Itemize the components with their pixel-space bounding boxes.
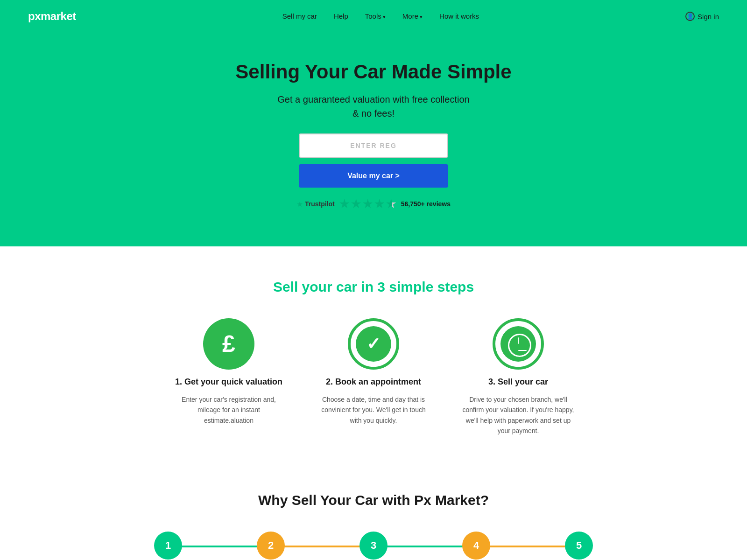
why-steps-row: 1 2 3 4 5 <box>117 532 630 560</box>
checkmark-icon: ✓ <box>366 334 381 354</box>
hero-subtext-line2: & no fees! <box>352 108 395 119</box>
step-3-desc: Drive to your chosen branch, we'll confi… <box>462 394 574 436</box>
pound-icon: £ <box>222 330 235 357</box>
nav-help[interactable]: Help <box>334 12 348 20</box>
why-connector-3 <box>374 546 476 547</box>
why-circle-5: 5 <box>565 532 593 560</box>
nav-links: Sell my car Help Tools More How it works <box>282 12 479 21</box>
reviews-count: 56,750+ reviews <box>401 200 451 208</box>
star-4 <box>374 199 385 209</box>
why-step-1: 1 <box>117 532 219 560</box>
clock-minute-hand <box>518 350 527 351</box>
why-number-1: 1 <box>165 539 171 552</box>
why-number-2: 2 <box>268 539 274 552</box>
step-3: 3. Sell your car Drive to your chosen br… <box>453 318 584 436</box>
steps-section: Sell your car in 3 simple steps £ 1. Get… <box>0 246 747 464</box>
steps-heading: Sell your car in 3 simple steps <box>19 279 728 295</box>
step-2-desc: Choose a date, time and day that is conv… <box>317 394 430 426</box>
why-connector-4 <box>476 546 579 547</box>
hero-section: Selling Your Car Made Simple Get a guara… <box>0 33 747 246</box>
site-logo[interactable]: pxmarket <box>28 10 76 23</box>
why-heading: Why Sell Your Car with Px Market? <box>19 492 728 508</box>
star-5-half <box>386 199 396 209</box>
trustpilot-brand: Trustpilot <box>305 200 335 208</box>
value-my-car-button[interactable]: Value my car > <box>299 164 448 188</box>
step-1-icon: £ <box>203 318 254 370</box>
star-2 <box>351 199 361 209</box>
nav-more[interactable]: More <box>402 12 423 20</box>
why-number-3: 3 <box>371 539 376 552</box>
step-1: £ 1. Get your quick valuation Enter your… <box>163 318 294 436</box>
hero-heading: Selling Your Car Made Simple <box>9 61 738 83</box>
step-2-icon: ✓ <box>348 318 399 370</box>
reg-input[interactable] <box>299 133 448 158</box>
nav-how-it-works[interactable]: How it works <box>439 12 479 20</box>
why-section: Why Sell Your Car with Px Market? 1 2 3 … <box>0 464 747 560</box>
step-3-title: 3. Sell your car <box>488 377 548 387</box>
why-circle-3: 3 <box>359 532 388 560</box>
why-circle-2: 2 <box>257 532 285 560</box>
steps-heading-highlight: 3 simple steps <box>377 279 474 294</box>
why-circle-4: 4 <box>462 532 490 560</box>
sign-in-link[interactable]: 👤 Sign in <box>685 12 719 21</box>
check-inner: ✓ <box>356 326 391 362</box>
trustpilot-logo: ★ Trustpilot <box>296 200 335 209</box>
navbar: pxmarket Sell my car Help Tools More How… <box>0 0 747 33</box>
step-2-title: 2. Book an appointment <box>326 377 421 387</box>
trustpilot-stars <box>339 199 396 209</box>
user-icon: 👤 <box>685 12 695 21</box>
why-circle-1: 1 <box>154 532 182 560</box>
star-1 <box>339 199 350 209</box>
why-number-4: 4 <box>473 539 479 552</box>
steps-heading-plain: Sell your car in <box>273 279 377 294</box>
hero-subtext: Get a guaranteed valuation with free col… <box>9 92 738 120</box>
star-3 <box>363 199 373 209</box>
trustpilot-star-logo: ★ <box>296 200 303 209</box>
clock-inner <box>500 326 536 362</box>
trustpilot-row: ★ Trustpilot 56,750+ reviews <box>9 199 738 209</box>
steps-grid: £ 1. Get your quick valuation Enter your… <box>163 318 584 436</box>
why-connector-1 <box>168 546 271 547</box>
why-number-5: 5 <box>576 539 582 552</box>
step-2: ✓ 2. Book an appointment Choose a date, … <box>308 318 439 436</box>
step-3-icon <box>493 318 544 370</box>
clock-hour-hand <box>518 337 519 344</box>
step-1-title: 1. Get your quick valuation <box>175 377 282 387</box>
nav-tools[interactable]: Tools <box>365 12 386 20</box>
step-1-desc: Enter your car's registration and, milea… <box>173 394 285 426</box>
why-connector-2 <box>271 546 374 547</box>
nav-sell-my-car[interactable]: Sell my car <box>282 12 317 20</box>
hero-subtext-line1: Get a guaranteed valuation with free col… <box>277 94 469 105</box>
clock-face <box>508 334 529 354</box>
sign-in-label: Sign in <box>698 13 719 21</box>
